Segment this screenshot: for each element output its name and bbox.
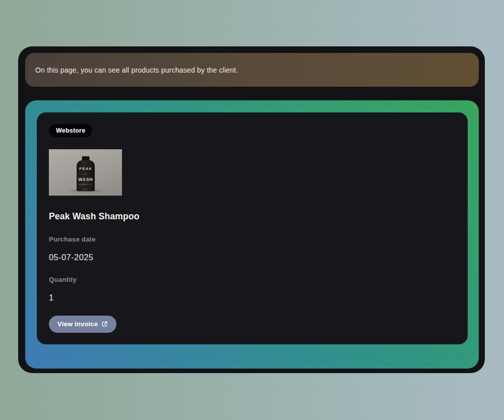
product-card: Webstore PEAK WASH SHAMPOO Peak Wash Sha… [37,112,468,344]
view-invoice-label: View invoice [57,320,98,328]
purchase-date-label: Purchase date [49,235,96,243]
products-panel: On this page, you can see all products p… [18,46,485,373]
shampoo-bottle: PEAK WASH SHAMPOO [77,160,95,191]
bottle-brand-bottom: WASH [78,177,93,182]
purchase-date-value: 05-07-2025 [49,253,93,262]
info-banner-text: On this page, you can see all products p… [35,66,238,74]
product-card-gradient-border: Webstore PEAK WASH SHAMPOO Peak Wash Sha… [25,100,479,369]
webstore-badge: Webstore [49,124,92,137]
product-photo: PEAK WASH SHAMPOO [49,149,122,196]
info-banner: On this page, you can see all products p… [25,53,479,87]
view-invoice-button[interactable]: View invoice [49,316,116,333]
page-background: { "banner": { "text": "On this page, you… [0,0,504,420]
bottle-brand-top: PEAK [79,167,92,170]
mountain-logo-icon [84,172,88,175]
quantity-label: Quantity [49,276,77,283]
product-title: Peak Wash Shampoo [49,211,140,222]
bottle-size-line [83,189,88,190]
bottle-subtitle: SHAMPOO [78,183,93,186]
external-link-icon [101,321,108,327]
quantity-value: 1 [49,293,54,303]
